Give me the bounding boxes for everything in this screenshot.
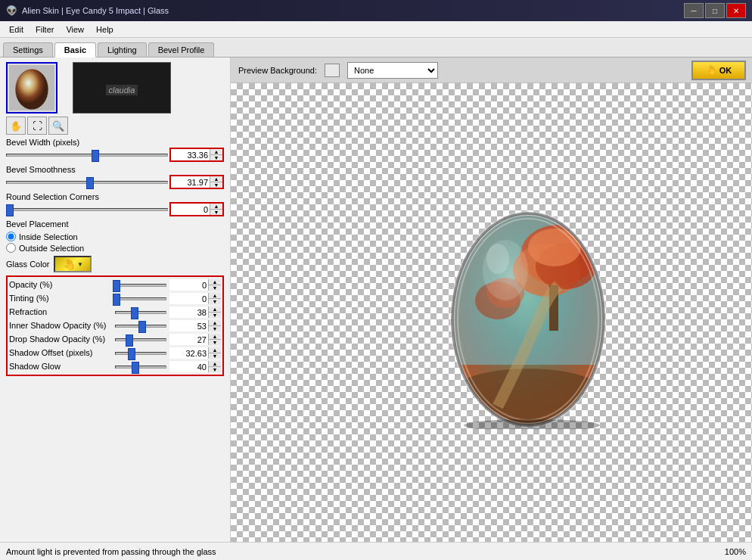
opacity-input[interactable] xyxy=(169,279,209,291)
status-message: Amount light is prevented from passing t… xyxy=(6,547,216,556)
ok-label: OK xyxy=(719,66,732,75)
bevel-width-up[interactable]: ▲ xyxy=(210,149,222,155)
preview-thumbnail[interactable] xyxy=(6,62,57,114)
bevel-smoothness-down[interactable]: ▼ xyxy=(210,182,222,188)
tinting-up[interactable]: ▲ xyxy=(209,293,221,299)
app-icon: 👽 xyxy=(6,5,17,16)
menu-bar: Edit Filter View Help xyxy=(0,21,752,38)
shadow-offset-spin[interactable]: ▲ ▼ xyxy=(169,347,221,359)
refraction-control: Refraction ▲ ▼ xyxy=(9,306,221,318)
hand-tool-button[interactable]: ✋ xyxy=(6,117,26,135)
bevel-smoothness-label: Bevel Smoothness xyxy=(6,165,224,174)
bevel-smoothness-spin[interactable]: ▲ ▼ xyxy=(171,176,222,188)
bevel-placement-label: Bevel Placement xyxy=(6,219,224,229)
tab-basic[interactable]: Basic xyxy=(54,42,96,58)
drop-shadow-spin[interactable]: ▲ ▼ xyxy=(169,334,221,345)
round-corners-up[interactable]: ▲ xyxy=(210,204,222,210)
drop-shadow-up[interactable]: ▲ xyxy=(209,334,221,340)
bevel-smoothness-input[interactable] xyxy=(171,176,210,188)
glass-color-picker[interactable]: 🤚 ▼ xyxy=(54,256,92,272)
bevel-width-spin[interactable]: ▲ ▼ xyxy=(171,149,222,160)
opacity-up[interactable]: ▲ xyxy=(209,279,221,285)
outside-selection-radio[interactable] xyxy=(6,243,16,253)
refraction-up[interactable]: ▲ xyxy=(209,306,221,313)
inside-selection-text: Inside Selection xyxy=(19,232,78,241)
shadow-offset-up[interactable]: ▲ xyxy=(209,347,221,353)
round-corners-slider[interactable] xyxy=(6,208,168,211)
inner-shadow-label: Inner Shadow Opacity (%) xyxy=(9,321,115,330)
inside-selection-radio[interactable] xyxy=(6,232,16,241)
shadow-glow-spin[interactable]: ▲ ▼ xyxy=(169,361,221,372)
round-corners-down[interactable]: ▼ xyxy=(210,210,222,215)
shadow-offset-control: Shadow Offset (pixels) ▲ ▼ xyxy=(9,347,221,359)
inner-shadow-slider[interactable] xyxy=(115,325,166,328)
canvas-area xyxy=(231,83,752,542)
refraction-spin[interactable]: ▲ ▼ xyxy=(169,306,221,318)
tinting-down[interactable]: ▼ xyxy=(209,299,221,304)
drop-shadow-input[interactable] xyxy=(169,334,209,345)
zoom-in-button[interactable]: ⛶ xyxy=(27,117,47,135)
menu-help[interactable]: Help xyxy=(90,23,120,36)
opacity-slider[interactable] xyxy=(115,284,166,287)
opacity-control: Opacity (%) ▲ ▼ xyxy=(9,279,221,291)
minimize-button[interactable]: ─ xyxy=(684,3,704,18)
refraction-slider[interactable] xyxy=(115,311,166,314)
menu-edit[interactable]: Edit xyxy=(3,23,30,36)
round-corners-spin[interactable]: ▲ ▼ xyxy=(171,204,222,215)
tinting-input[interactable] xyxy=(169,293,209,304)
bevel-smoothness-control: Bevel Smoothness ▲ ▼ xyxy=(6,165,224,189)
bevel-width-down[interactable]: ▼ xyxy=(210,155,222,160)
tinting-spin[interactable]: ▲ ▼ xyxy=(169,293,221,304)
shadow-glow-input[interactable] xyxy=(169,361,209,372)
claudia-preview: claudia xyxy=(73,62,171,114)
opacity-down[interactable]: ▼ xyxy=(209,285,221,291)
shadow-offset-input[interactable] xyxy=(169,347,209,359)
inner-shadow-spin[interactable]: ▲ ▼ xyxy=(169,320,221,331)
bevel-width-label: Bevel Width (pixels) xyxy=(6,138,224,147)
zoom-fit-button[interactable]: 🔍 xyxy=(48,117,68,135)
right-top-bar: Preview Background: None White Black Gra… xyxy=(231,58,752,83)
shadow-glow-down[interactable]: ▼ xyxy=(209,367,221,372)
inside-selection-radio-label[interactable]: Inside Selection xyxy=(6,232,224,241)
right-panel: Preview Background: None White Black Gra… xyxy=(231,58,752,542)
outside-selection-radio-label[interactable]: Outside Selection xyxy=(6,243,224,253)
preview-bg-select[interactable]: None White Black Gray xyxy=(347,62,438,79)
tinting-slider[interactable] xyxy=(115,297,166,300)
shadow-offset-down[interactable]: ▼ xyxy=(209,353,221,359)
ok-button[interactable]: OK xyxy=(691,61,746,80)
round-corners-input[interactable] xyxy=(171,204,210,215)
tinting-label: Tinting (%) xyxy=(9,294,115,303)
bevel-smoothness-up[interactable]: ▲ xyxy=(210,176,222,182)
menu-view[interactable]: View xyxy=(60,23,90,36)
shadow-offset-slider[interactable] xyxy=(115,352,166,355)
inner-shadow-up[interactable]: ▲ xyxy=(209,320,221,326)
bevel-smoothness-slider[interactable] xyxy=(6,181,168,184)
menu-filter[interactable]: Filter xyxy=(30,23,60,36)
shadow-glow-label: Shadow Glow xyxy=(9,362,115,371)
tab-lighting[interactable]: Lighting xyxy=(98,42,147,57)
inner-shadow-input[interactable] xyxy=(169,320,209,331)
svg-point-21 xyxy=(464,419,600,429)
dropdown-arrow-icon: ▼ xyxy=(77,261,83,268)
window-title: Alien Skin | Eye Candy 5 Impact | Glass xyxy=(22,6,169,15)
shadow-glow-control: Shadow Glow ▲ ▼ xyxy=(9,361,221,372)
tab-settings[interactable]: Settings xyxy=(3,42,53,57)
shadow-glow-up[interactable]: ▲ xyxy=(209,361,221,367)
drop-shadow-down[interactable]: ▼ xyxy=(209,340,221,345)
bevel-width-input[interactable] xyxy=(171,149,210,160)
title-bar: 👽 Alien Skin | Eye Candy 5 Impact | Glas… xyxy=(0,0,752,21)
drop-shadow-slider[interactable] xyxy=(115,338,166,341)
bevel-width-slider[interactable] xyxy=(6,154,168,157)
refraction-input[interactable] xyxy=(169,306,209,318)
tab-bevel-profile[interactable]: Bevel Profile xyxy=(148,42,215,57)
opacity-spin[interactable]: ▲ ▼ xyxy=(169,279,221,291)
preview-bg-label: Preview Background: xyxy=(238,66,317,75)
maximize-button[interactable]: □ xyxy=(705,3,725,18)
round-corners-control: Round Selection Corners ▲ ▼ xyxy=(6,192,224,216)
inner-shadow-down[interactable]: ▼ xyxy=(209,326,221,331)
shadow-glow-slider[interactable] xyxy=(115,366,166,369)
tab-bar: Settings Basic Lighting Bevel Profile xyxy=(0,38,752,58)
shadow-offset-label: Shadow Offset (pixels) xyxy=(9,348,115,357)
close-button[interactable]: ✕ xyxy=(726,3,746,18)
refraction-down[interactable]: ▼ xyxy=(209,313,221,318)
